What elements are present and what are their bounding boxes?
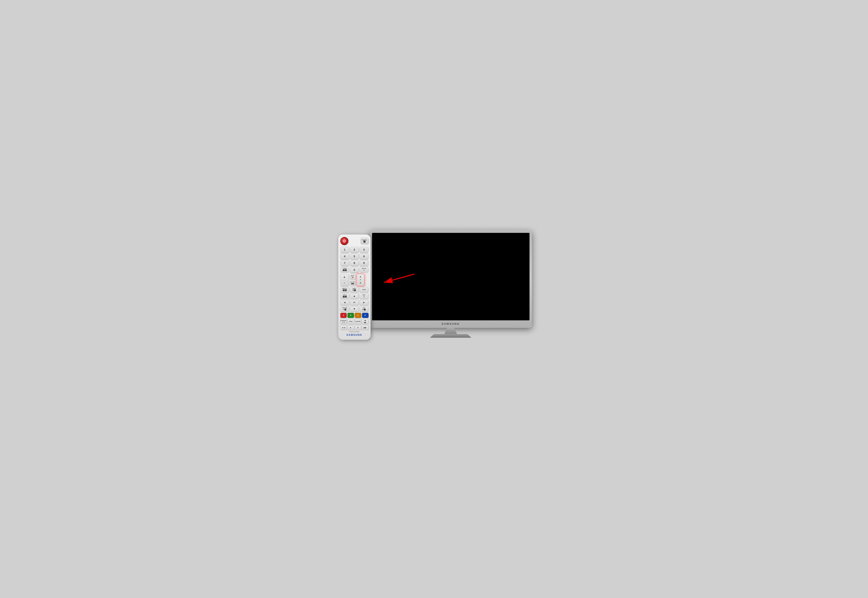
e-manual-button[interactable]: E-MANUAL ◄◄ xyxy=(341,319,347,324)
remote-model-number: AA59-00796A xyxy=(349,331,359,332)
stop-button[interactable]: ■ ▶▶ xyxy=(362,319,369,324)
btn-8[interactable]: 8 xyxy=(350,260,359,266)
ff-icon: ▶▶ xyxy=(364,322,366,323)
color-d-label: D xyxy=(365,314,366,316)
ch-up-arrow: ▲ xyxy=(360,275,362,278)
return-label: RETURN xyxy=(342,307,347,309)
color-b-button[interactable]: B xyxy=(347,313,354,318)
color-buttons-row: A B C D xyxy=(341,313,369,318)
btn-0[interactable]: 0 xyxy=(350,267,359,273)
btn-4[interactable]: 4 xyxy=(341,254,349,259)
fast-forward-button[interactable]: ▶▶ xyxy=(362,325,369,330)
guide-button[interactable]: GUIDE xyxy=(360,287,368,292)
tools-row: TOOLS ⬛⬛ ▲ INFO ℹ xyxy=(341,293,369,299)
source-icon: ⬛ xyxy=(363,241,366,243)
menu-button[interactable]: MENU ☰⬛ xyxy=(350,287,359,292)
chlist-icon: ⬛⬛ xyxy=(351,283,354,284)
direction-row: ◄ ↵ ► xyxy=(341,300,369,305)
btn-3[interactable]: 3 xyxy=(360,247,368,253)
tv-screen xyxy=(372,233,529,320)
exit-button[interactable]: EXIT ⬅⬛ xyxy=(360,306,368,312)
ch-list-button[interactable]: CH LIST ⬛⬛ xyxy=(350,280,356,286)
media-p-button[interactable]: MEDIA.P ⬛⬛ xyxy=(341,287,349,292)
mediap-label: MEDIA.P xyxy=(342,288,347,289)
return-button[interactable]: RETURN ↩⬛ xyxy=(341,306,349,312)
pre-ch-button[interactable]: PRE-CH ↩ xyxy=(360,267,368,272)
channel-updown-button[interactable]: ▲ P ▼ xyxy=(357,274,365,286)
remote-brand-label: SAMSUNG xyxy=(347,333,362,336)
up-button[interactable]: ▲ xyxy=(350,293,359,299)
menu-label: MENU xyxy=(353,288,356,289)
volume-button[interactable]: + − xyxy=(341,274,349,286)
emanual-icon: ◄◄ xyxy=(342,321,345,323)
chlist-label: CH LIST xyxy=(350,281,355,283)
btn-1[interactable]: 1 xyxy=(341,247,349,253)
right-button[interactable]: ► xyxy=(360,300,368,305)
tti-label: TTI/MIX xyxy=(343,268,347,269)
vol-minus-icon: − xyxy=(344,281,345,284)
down-button[interactable]: ▼ xyxy=(350,306,359,312)
tools-label: TOOLS xyxy=(343,294,347,296)
tools-button[interactable]: TOOLS ⬛⬛ xyxy=(341,293,349,299)
exit-icon: ⬅⬛ xyxy=(362,309,366,311)
right-arrow-icon: ► xyxy=(363,301,365,304)
prech-icon: ↩ xyxy=(363,269,365,271)
rewind-icon: ◄◄ xyxy=(342,327,345,329)
scene: SAMSUNG SOURCE ⬛ 1 2 3 4 5 6 7 8 9 xyxy=(334,230,534,368)
btn-9[interactable]: 9 xyxy=(360,260,368,266)
source-button[interactable]: SOURCE ⬛ xyxy=(360,238,369,244)
transport-row: ◄◄ ► ⏸ ▶▶ xyxy=(341,325,369,330)
down-arrow-icon: ▼ xyxy=(353,308,356,310)
color-a-label: A xyxy=(343,314,344,316)
tv-frame: SAMSUNG xyxy=(369,230,532,328)
tv-neck xyxy=(445,328,457,334)
stop-icon: ■ xyxy=(365,319,366,322)
color-b-label: B xyxy=(350,314,351,316)
tools-icon: ⬛⬛ xyxy=(343,296,347,298)
info-label: INFO xyxy=(363,294,365,296)
tv-stand xyxy=(430,328,472,338)
tti-mix-button[interactable]: TTI/MIX ⬛⬛ xyxy=(341,267,349,272)
tv: SAMSUNG xyxy=(368,230,534,368)
btn-2[interactable]: 2 xyxy=(350,247,359,253)
ff-icon: ▶▶ xyxy=(364,327,367,329)
tti-icon: ⬛⬛ xyxy=(343,269,347,271)
return-row: RETURN ↩⬛ ▼ EXIT ⬅⬛ xyxy=(341,306,369,312)
guide-label: GUIDE xyxy=(362,289,366,290)
mediap-icon: ⬛⬛ xyxy=(343,289,347,292)
mute-icon: 🔇 xyxy=(352,277,353,278)
left-button[interactable]: ◄ xyxy=(341,300,349,305)
pause-button[interactable]: ⏸ xyxy=(355,325,362,330)
btn-6[interactable]: 6 xyxy=(360,254,368,259)
vol-ch-area: + − MUTE 🔇 CH LIST ⬛⬛ ▲ P ▼ xyxy=(341,274,369,286)
p-size-button[interactable]: P.SIZE xyxy=(347,319,354,324)
color-c-button[interactable]: C xyxy=(355,313,361,318)
left-arrow-icon: ◄ xyxy=(344,301,346,304)
menu-icon: ☰⬛ xyxy=(353,289,356,292)
play-button[interactable]: ► xyxy=(347,325,354,330)
mute-chlist-col: MUTE 🔇 CH LIST ⬛⬛ xyxy=(350,274,356,286)
color-d-button[interactable]: D xyxy=(362,313,369,318)
info-button[interactable]: INFO ℹ xyxy=(360,293,368,299)
emanual-label: E-MANUAL xyxy=(341,320,347,321)
remote-control: SOURCE ⬛ 1 2 3 4 5 6 7 8 9 TTI/MIX ⬛⬛ 0 … xyxy=(338,235,371,340)
number-grid: 1 2 3 4 5 6 7 8 9 xyxy=(341,247,369,266)
tv-bottom-bar: SAMSUNG xyxy=(372,321,529,326)
mute-button[interactable]: MUTE 🔇 xyxy=(350,274,356,280)
btn-5[interactable]: 5 xyxy=(350,254,359,259)
enter-icon: ↵ xyxy=(353,301,356,304)
prech-label: PRE-CH xyxy=(362,268,366,269)
remote-top-row: SOURCE ⬛ xyxy=(341,237,369,245)
exit-label: EXIT xyxy=(363,307,365,309)
vol-plus-icon: + xyxy=(344,275,345,279)
rewind-button[interactable]: ◄◄ xyxy=(341,325,347,330)
ch-down-arrow: ▼ xyxy=(360,282,362,284)
info-icon: ℹ xyxy=(364,296,365,298)
color-a-button[interactable]: A xyxy=(341,313,347,318)
btn-7[interactable]: 7 xyxy=(341,260,349,266)
function-row: E-MANUAL ◄◄ P.SIZE AD/SUBT ■ ▶▶ xyxy=(341,319,369,324)
tv-base xyxy=(430,334,472,338)
enter-button[interactable]: ↵ xyxy=(350,300,359,305)
ad-subt-button[interactable]: AD/SUBT xyxy=(355,319,362,324)
power-button[interactable] xyxy=(341,237,348,245)
